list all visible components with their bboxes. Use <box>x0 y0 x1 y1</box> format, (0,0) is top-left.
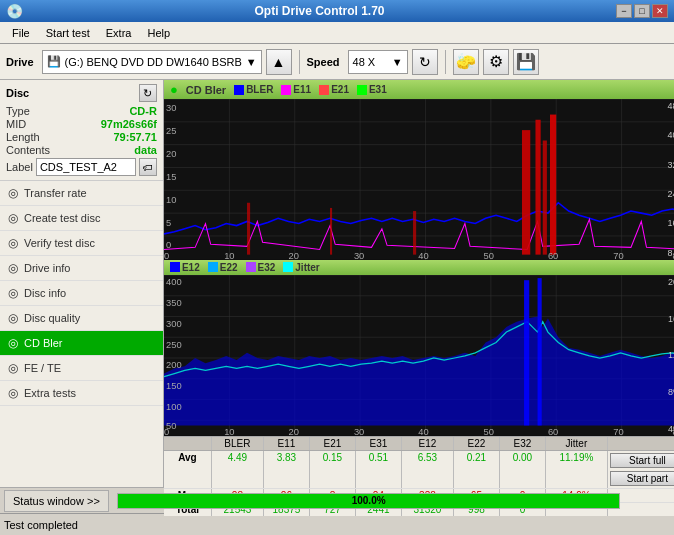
col-e22: E22 <box>454 437 500 450</box>
avg-e12: 6.53 <box>402 451 454 488</box>
jitter-color <box>283 262 293 272</box>
svg-text:15: 15 <box>166 172 176 182</box>
y1-label-4: 24 X <box>667 189 674 199</box>
eject-button[interactable]: ▲ <box>266 49 292 75</box>
drive-info-icon: ◎ <box>8 261 18 275</box>
svg-text:40: 40 <box>418 251 428 260</box>
disc-mid-value: 97m26s66f <box>101 118 157 130</box>
nav-create-test-disc[interactable]: ◎ Create test disc <box>0 206 163 231</box>
chart2-svg: 0 10 20 30 40 50 60 70 80 min 400 350 30… <box>164 275 674 436</box>
drive-dropdown-icon: ▼ <box>246 56 257 68</box>
nav-drive-info-label: Drive info <box>24 262 70 274</box>
nav-drive-info[interactable]: ◎ Drive info <box>0 256 163 281</box>
title-bar: 💿 Opti Drive Control 1.70 − □ ✕ <box>0 0 674 22</box>
y1-label-1: 48 X <box>667 101 674 111</box>
svg-text:30: 30 <box>354 427 364 436</box>
svg-text:30: 30 <box>354 251 364 260</box>
disc-label-input[interactable] <box>36 158 136 176</box>
status-window-button[interactable]: Status window >> <box>4 490 109 512</box>
menu-bar: File Start test Extra Help <box>0 22 674 44</box>
svg-text:350: 350 <box>166 298 182 308</box>
save-button[interactable]: 💾 <box>513 49 539 75</box>
bottom-status-bar: Test completed <box>0 513 674 535</box>
drive-selector[interactable]: 💾 (G:) BENQ DVD DD DW1640 BSRB ▼ <box>42 50 262 74</box>
speed-value: 48 X <box>353 56 376 68</box>
refresh-speed-button[interactable]: ↻ <box>412 49 438 75</box>
svg-text:0: 0 <box>166 240 171 250</box>
svg-text:70: 70 <box>613 427 623 436</box>
disc-quality-icon: ◎ <box>8 311 18 325</box>
bler-label: BLER <box>246 84 273 95</box>
menu-file[interactable]: File <box>4 25 38 41</box>
y2-label-5: 4% <box>668 424 674 434</box>
left-panel: Disc ↻ Type CD-R MID 97m26s66f Length 79… <box>0 80 164 487</box>
nav-disc-info[interactable]: ◎ Disc info <box>0 281 163 306</box>
svg-text:60: 60 <box>548 427 558 436</box>
speed-selector[interactable]: 48 X ▼ <box>348 50 408 74</box>
nav-disc-quality-label: Disc quality <box>24 312 80 324</box>
close-button[interactable]: ✕ <box>652 4 668 18</box>
col-jitter: Jitter <box>546 437 608 450</box>
y1-label-5: 16 X <box>667 218 674 228</box>
disc-refresh-button[interactable]: ↻ <box>139 84 157 102</box>
svg-text:50: 50 <box>484 427 494 436</box>
disc-title: Disc <box>6 87 29 99</box>
svg-text:200: 200 <box>166 360 182 370</box>
e12-label: E12 <box>182 262 200 273</box>
nav-fe-te[interactable]: ◎ FE / TE <box>0 356 163 381</box>
col-buttons <box>608 437 674 450</box>
window-title: Opti Drive Control 1.70 <box>23 4 616 18</box>
progress-text: 100.0% <box>118 494 620 508</box>
menu-extra[interactable]: Extra <box>98 25 140 41</box>
svg-text:20: 20 <box>288 427 298 436</box>
menu-help[interactable]: Help <box>139 25 178 41</box>
nav-disc-quality[interactable]: ◎ Disc quality <box>0 306 163 331</box>
chart1-container: ● CD Bler BLER E11 E21 E31 <box>164 80 674 260</box>
col-bler: BLER <box>212 437 264 450</box>
chart1-title-text: CD Bler <box>186 84 226 96</box>
svg-text:20: 20 <box>288 251 298 260</box>
svg-text:20: 20 <box>166 149 176 159</box>
svg-text:70: 70 <box>613 251 623 260</box>
speed-dropdown-icon: ▼ <box>392 56 403 68</box>
svg-text:30: 30 <box>166 103 176 113</box>
menu-start-test[interactable]: Start test <box>38 25 98 41</box>
nav-disc-info-label: Disc info <box>24 287 66 299</box>
nav-items: ◎ Transfer rate ◎ Create test disc ◎ Ver… <box>0 181 163 487</box>
jitter-label: Jitter <box>295 262 319 273</box>
window-controls: − □ ✕ <box>616 4 668 18</box>
nav-extra-tests[interactable]: ◎ Extra tests <box>0 381 163 406</box>
nav-verify-test-disc[interactable]: ◎ Verify test disc <box>0 231 163 256</box>
svg-rect-17 <box>543 141 547 255</box>
maximize-button[interactable]: □ <box>634 4 650 18</box>
svg-text:100: 100 <box>166 402 182 412</box>
y1-label-3: 32 X <box>667 160 674 170</box>
settings-button[interactable]: ⚙ <box>483 49 509 75</box>
minimize-button[interactable]: − <box>616 4 632 18</box>
svg-rect-20 <box>330 208 332 255</box>
disc-label-button[interactable]: 🏷 <box>139 158 157 176</box>
legend-jitter: Jitter <box>283 262 319 273</box>
start-part-button[interactable]: Start part <box>610 471 674 486</box>
create-test-disc-icon: ◎ <box>8 211 18 225</box>
nav-extra-tests-label: Extra tests <box>24 387 76 399</box>
svg-text:150: 150 <box>166 381 182 391</box>
legend-e22: E22 <box>208 262 238 273</box>
legend-e12: E12 <box>170 262 200 273</box>
disc-contents-row: Contents data <box>6 144 157 156</box>
nav-transfer-rate[interactable]: ◎ Transfer rate <box>0 181 163 206</box>
nav-cd-bler[interactable]: ◎ CD Bler <box>0 331 163 356</box>
erase-button[interactable]: 🧽 <box>453 49 479 75</box>
separator-1 <box>299 50 300 74</box>
chart1-area: 0 10 20 30 40 50 60 70 80 min 30 25 20 1… <box>164 99 674 260</box>
disc-label-key: Label <box>6 161 33 173</box>
avg-label: Avg <box>164 451 212 488</box>
e31-color <box>357 85 367 95</box>
legend-e11: E11 <box>281 84 311 95</box>
main-area: Disc ↻ Type CD-R MID 97m26s66f Length 79… <box>0 80 674 487</box>
avg-jitter: 11.19% <box>546 451 608 488</box>
col-e11: E11 <box>264 437 310 450</box>
app-icon: 💿 <box>6 3 23 19</box>
start-full-button[interactable]: Start full <box>610 453 674 468</box>
y2-label-3: 12% <box>668 350 674 360</box>
